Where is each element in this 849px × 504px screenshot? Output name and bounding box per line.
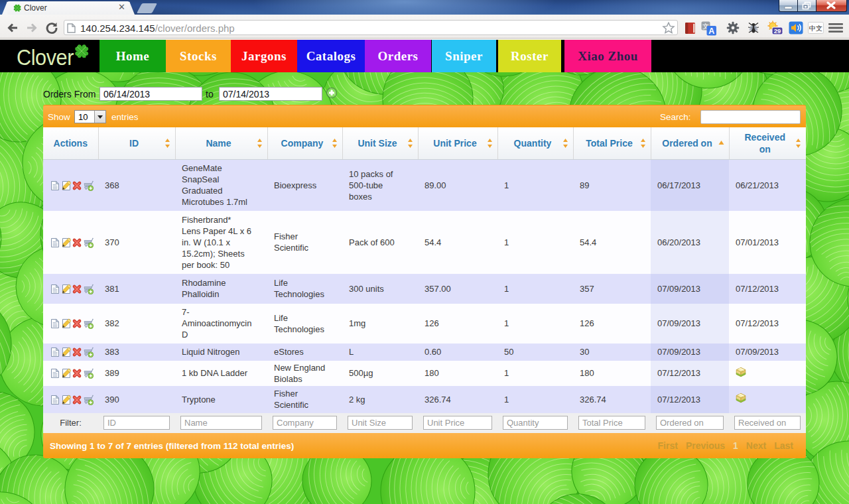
svg-text:A: A [708, 27, 714, 36]
svg-text:29: 29 [774, 27, 781, 34]
svg-text:中文: 中文 [809, 25, 822, 32]
